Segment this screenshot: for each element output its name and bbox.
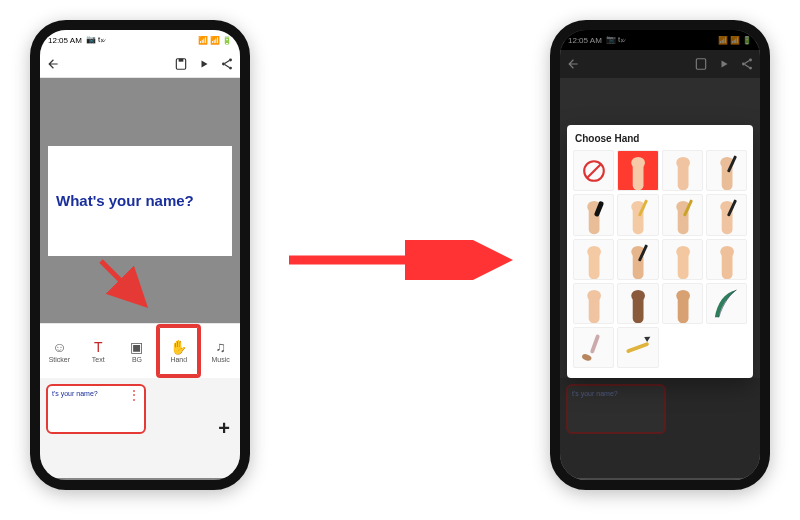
toolbar-item-hand[interactable]: ✋Hand [156,324,201,378]
hand-option-hand-light-1[interactable] [662,150,703,191]
svg-point-40 [720,245,734,257]
hand-option-hand-light-4[interactable] [706,239,747,280]
toolbar-item-bg[interactable]: ▣BG [118,324,157,378]
annotation-arrow-icon [95,255,155,315]
hand-option-pencil[interactable] [617,327,658,368]
toolbar-item-text[interactable]: TText [79,324,118,378]
toolbar-label: BG [132,356,142,363]
hand-option-hand-marker[interactable] [573,194,614,235]
hand-option-hand-dark-1[interactable] [617,283,658,324]
canvas-area[interactable]: What's your name? [40,78,240,323]
music-icon: ♫ [215,340,226,354]
toolbar-item-music[interactable]: ♫Music [201,324,240,378]
svg-point-16 [676,157,690,169]
svg-point-14 [631,157,645,169]
svg-marker-50 [644,335,652,343]
toolbar-label: Sticker [49,356,70,363]
toolbar-item-sticker[interactable]: ☺Sticker [40,324,79,378]
phone-right: 12:05 AM 📷 t𝔁 📶 📶 🔋 t's your name? [550,20,770,490]
clip-menu-icon[interactable]: ⋮ [128,389,140,401]
hand-option-hand-tan-1[interactable] [662,283,703,324]
hand-option-brush[interactable] [573,327,614,368]
hand-option-hand-pen-gold[interactable] [662,194,703,235]
toolbar-label: Text [92,356,105,363]
share-icon[interactable] [220,57,234,71]
hand-grid [573,150,747,368]
play-icon[interactable] [198,58,210,70]
hand-option-hand-stylus[interactable] [706,194,747,235]
hand-option-hand-pen-2[interactable] [617,239,658,280]
add-clip-button[interactable]: + [218,417,230,440]
toolbar-label: Hand [170,356,187,363]
toolbar-label: Music [211,356,229,363]
svg-rect-1 [179,58,184,61]
clip-text: t's your name? [52,390,98,397]
phone-left: 12:05 AM 📷 t𝔁 📶 📶 🔋 [30,20,250,490]
app-topbar [40,50,240,78]
save-icon[interactable] [174,57,188,71]
dialog-title: Choose Hand [573,131,747,150]
status-indicators: 📷 t𝔁 [86,35,104,45]
svg-line-12 [587,164,601,178]
hand-icon: ✋ [170,340,187,354]
bg-icon: ▣ [130,340,143,354]
hand-option-hand-red-bg[interactable] [617,150,658,191]
choose-hand-dialog: Choose Hand [567,125,753,378]
back-icon[interactable] [46,57,60,71]
hand-option-feather[interactable] [706,283,747,324]
status-time: 12:05 AM [48,36,82,45]
text-icon: T [94,340,103,354]
sticker-icon: ☺ [52,340,66,354]
svg-point-42 [587,290,601,302]
transition-arrow-icon [285,240,515,280]
svg-line-5 [101,261,141,301]
svg-point-46 [676,290,690,302]
svg-rect-47 [590,334,600,354]
tutorial-stage: 12:05 AM 📷 t𝔁 📶 📶 🔋 [0,0,800,520]
hand-option-hand-pen-dark[interactable] [706,150,747,191]
hand-option-hand-light-2[interactable] [573,239,614,280]
svg-point-33 [587,245,601,257]
hand-option-hand-light-3[interactable] [662,239,703,280]
canvas-text: What's your name? [56,192,194,209]
svg-point-38 [676,245,690,257]
timeline-clip[interactable]: t's your name? ⋮ [46,384,146,434]
status-bar: 12:05 AM 📷 t𝔁 📶 📶 🔋 [40,30,240,50]
svg-point-48 [581,353,592,362]
hand-option-none[interactable] [573,150,614,191]
svg-rect-49 [626,342,649,354]
text-card[interactable]: What's your name? [48,146,232,256]
hand-option-hand-fist-1[interactable] [573,283,614,324]
editor-toolbar: ☺StickerTText▣BG✋Hand♫Music [40,323,240,378]
timeline: t's your name? ⋮ + [40,378,240,478]
status-right: 📶 📶 🔋 [198,36,232,45]
hand-option-hand-pencil-1[interactable] [617,194,658,235]
svg-point-44 [631,290,645,302]
